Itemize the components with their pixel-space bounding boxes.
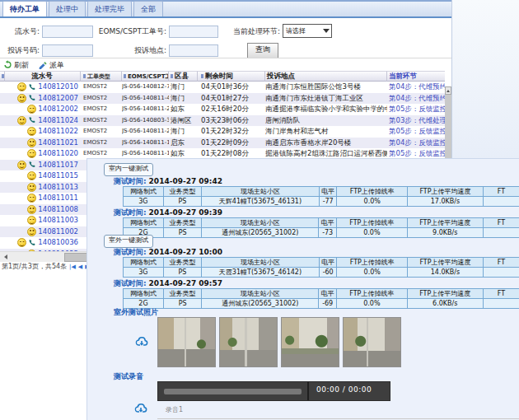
smiley-message-icon[interactable] (27, 205, 36, 214)
serial-number-link[interactable]: 140811017 (38, 160, 78, 171)
serial-number-link[interactable]: 140811020 (38, 148, 78, 160)
audio-section-label: 测试录音 (114, 371, 143, 382)
table-row[interactable]: 140812010EMOST2JS-056-140812-7海门04天01时36… (0, 82, 451, 93)
test-table-data-cell (483, 299, 519, 309)
phone-call-icon[interactable] (28, 239, 36, 247)
pagination-summary: 第1页/共3页，共54条 (2, 262, 67, 271)
smiley-message-icon[interactable] (17, 116, 26, 125)
smiley-message-icon[interactable] (17, 94, 26, 103)
column-icon (2, 74, 4, 78)
header-current-step[interactable]: 当前环节 (387, 71, 445, 82)
phone-call-icon[interactable] (28, 94, 36, 102)
serial-number-link[interactable]: 140811024 (38, 115, 78, 127)
audio-progress-track[interactable] (164, 389, 302, 394)
current-step-label: 当前处理环节: (208, 26, 280, 37)
smiley-message-icon[interactable] (27, 171, 36, 180)
audio-player[interactable]: 00:00 / 00:00 (157, 381, 390, 401)
serial-number-link[interactable]: 140811022 (38, 126, 78, 138)
smiley-message-icon[interactable] (17, 238, 26, 247)
current-step-link[interactable]: 第05步：反馈监控 (387, 104, 445, 115)
download-photos-icon[interactable] (135, 335, 148, 348)
smiley-message-icon[interactable] (17, 82, 26, 91)
table-row[interactable]: 140812007EMOST2JS-056-140811-422海门04天01时… (0, 93, 451, 105)
tab-all[interactable]: 全部 (133, 1, 163, 16)
serial-number-link[interactable]: 140811013 (38, 182, 78, 194)
smiley-message-icon[interactable] (27, 105, 36, 114)
test-table-data-cell: 14.0KB/s (408, 268, 484, 278)
test-table-data-cell: PS (163, 268, 201, 278)
scroll-left-button[interactable] (0, 252, 8, 261)
header-current-step-label: 当前环节 (389, 72, 417, 82)
serial-number-link[interactable]: 140812002 (38, 104, 78, 115)
phone-call-icon[interactable] (28, 161, 36, 169)
order-type-cell: EMOST2 (81, 82, 122, 93)
test-photo[interactable] (343, 317, 401, 367)
serial-number-input[interactable] (42, 26, 93, 38)
smiley-message-icon[interactable] (27, 183, 36, 192)
test-photo[interactable] (219, 317, 278, 367)
current-step-link[interactable]: 第03步：代维处理 (387, 115, 445, 127)
serial-number-link[interactable]: 140811011 (38, 193, 78, 204)
serial-number-link[interactable]: 140811015 (38, 170, 78, 182)
serial-number-link[interactable]: 140811002 (38, 226, 78, 238)
test-table-header-cell: FTP上传平均速度 (408, 258, 484, 268)
download-recording-icon[interactable] (134, 402, 147, 415)
serial-number-link[interactable]: 140811003 (38, 215, 78, 226)
test-table-data-cell: 0.0% (336, 228, 407, 238)
test-table-data-cell: PS (163, 197, 201, 207)
test-table-header-cell: FT (483, 218, 519, 228)
serial-number-link[interactable]: 140811021 (38, 138, 78, 149)
serial-number-link[interactable]: 140812010 (38, 82, 78, 93)
smiley-message-icon[interactable] (17, 161, 26, 170)
smiley-message-icon[interactable] (27, 127, 36, 136)
smiley-message-icon[interactable] (27, 194, 36, 203)
table-row[interactable]: 140811021EMOST2JS-056-140811-150启东01天22时… (0, 138, 451, 149)
current-step-link[interactable]: 第05步：反馈监控 (387, 126, 445, 138)
test-table-header-cell: 现场主站小区 (202, 289, 319, 299)
tab-completed[interactable]: 处理完毕 (87, 1, 132, 16)
scroll-up-button[interactable] (445, 86, 451, 95)
header-location[interactable]: 投诉地点 (265, 71, 387, 82)
prev-page-button[interactable]: ◀ (78, 264, 82, 270)
serial-number-link[interactable]: 140811008 (38, 204, 78, 216)
table-row[interactable]: 140811022EMOST2JS-056-140811-248海门01天22时… (0, 126, 451, 138)
test-photo[interactable] (157, 317, 216, 367)
smiley-message-icon[interactable] (27, 149, 36, 158)
smiley-message-icon[interactable] (27, 138, 36, 147)
complaint-location-label: 投诉地点: (97, 45, 166, 56)
refresh-button[interactable]: 刷新 (3, 60, 29, 71)
table-row[interactable]: 140812002EMOST2JS-056-140811-291如东02天16时… (0, 104, 451, 115)
complaint-location-input[interactable] (169, 44, 218, 57)
first-page-button[interactable]: |◀ (69, 264, 76, 270)
serial-number-link[interactable]: 140812007 (38, 93, 78, 105)
smiley-message-icon[interactable] (27, 227, 36, 236)
test-table-data-row: 2GPS通州城东(20565_31002)-690.0%6.0KB/s (124, 299, 519, 309)
test-table-header-row: 网络制式业务类型现场主站小区电平FTP上传掉线率FTP上传平均速度FT (124, 289, 519, 299)
header-order-type[interactable]: 工单类型 (81, 71, 122, 82)
test-table-data-cell: 天霞31幢T(53675_46142) (202, 268, 320, 278)
phone-call-icon[interactable] (28, 83, 36, 91)
location-cell: 海门岸角村和志气村 (265, 126, 387, 138)
dispatch-button[interactable]: 派单 (39, 60, 64, 71)
test-photo[interactable] (281, 317, 339, 367)
header-eoms[interactable]: EOMS/CSPT工单号 (122, 71, 169, 82)
header-district[interactable]: 区县 (169, 71, 198, 82)
query-button[interactable]: 查询 (247, 43, 278, 58)
outdoor-test-button[interactable]: 室外一键测试 (104, 235, 153, 248)
complaint-number-input[interactable] (42, 44, 93, 57)
serial-number-link[interactable]: 140810036 (38, 237, 78, 249)
header-serial[interactable]: 流水号 (5, 71, 81, 82)
current-step-link[interactable]: 第04步：代维预约 (387, 93, 445, 105)
header-remaining-time[interactable]: 剩余时间 (198, 71, 265, 82)
serial-cell: 140811021 (5, 138, 81, 149)
test-table-header-cell: FTP上传平均速度 (408, 187, 484, 197)
phone-call-icon[interactable] (28, 116, 36, 124)
indoor-test-button[interactable]: 室内一键测试 (104, 163, 153, 176)
current-step-select[interactable]: 请选择 (283, 24, 332, 38)
tab-pending-orders[interactable]: 待办工单 (2, 1, 47, 16)
tab-processing[interactable]: 处理中 (49, 1, 86, 16)
smiley-message-icon[interactable] (27, 216, 36, 225)
current-step-link[interactable]: 第04步：代维预约 (387, 82, 445, 93)
current-step-link[interactable]: 第04步：反馈监控 (387, 138, 445, 149)
table-row[interactable]: 140811024EMOST2JS-056-140803-344港闸区03天23… (0, 115, 451, 127)
